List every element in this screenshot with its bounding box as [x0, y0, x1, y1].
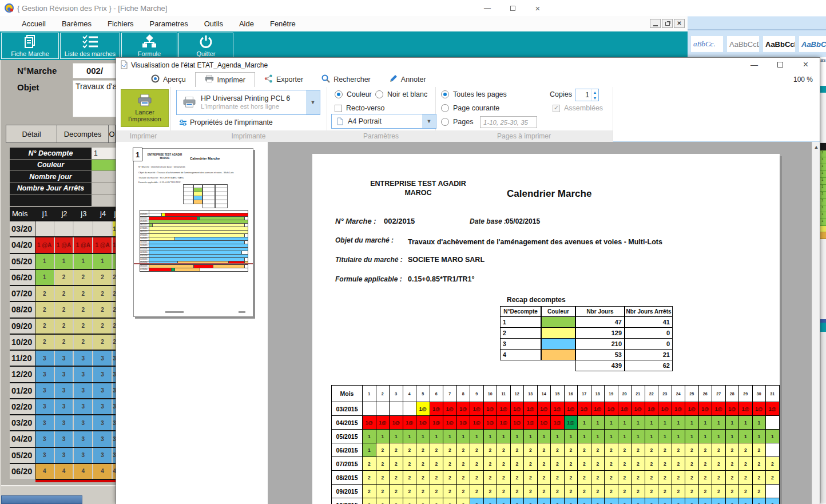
main-titlebar[interactable]: { Gestion Révision des Prix } - [Fiche M…: [0, 0, 688, 16]
form-tab-de-tail[interactable]: Détail: [6, 125, 57, 143]
tab-imprimer[interactable]: Imprimer: [195, 72, 255, 87]
checkbox-recto-verso[interactable]: Recto-verso: [335, 104, 384, 112]
month-grid-row: 04/201 @A1 @A1 @A1 @A1: [10, 236, 116, 252]
dialog-title: Visualisation de l'état ETAT_Agenda_Marc…: [131, 61, 268, 69]
radio-couleur[interactable]: Couleur: [335, 90, 372, 98]
toolbar-fiche-marche[interactable]: Fiche Marche: [1, 33, 59, 59]
calendar-day-header: 8: [457, 385, 471, 402]
calendar-cell: 1: [685, 416, 699, 430]
document-page: ENTREPRISE TEST AGADIR MAROC Calendrier …: [312, 154, 780, 504]
recap-header-cell: N°Decompte: [500, 306, 541, 317]
menu-fene-tre[interactable]: Fenêtre: [262, 17, 304, 30]
copies-up-button[interactable]: ▲: [591, 89, 598, 95]
thumbnail-page[interactable]: ENTREPRISE TEST AGADIR MAROC Calendrier …: [133, 148, 253, 317]
toolbar-quitter[interactable]: Quitter: [178, 33, 233, 59]
paper-dropdown-arrow[interactable]: ▼: [422, 114, 436, 128]
radio-page-courante[interactable]: Page courante: [441, 104, 499, 112]
month-grid-cell: 1: [35, 270, 55, 285]
month-grid-row: 06/2044444: [10, 463, 116, 479]
calendar-cell: 1@: [538, 416, 551, 430]
menu-bare-mes[interactable]: Barèmes: [54, 17, 100, 30]
thumb-calendar-segment: [200, 268, 248, 272]
month-grid-cell: 1: [55, 254, 74, 269]
thumb-recap-table: [183, 184, 228, 208]
radio-toutes-les-pages[interactable]: Toutes les pages: [441, 90, 507, 98]
mdi-restore-button[interactable]: [662, 19, 673, 28]
calendar-cell: 2: [766, 457, 780, 471]
preview-scrollbar[interactable]: ▲: [812, 142, 820, 504]
tab-rechercher[interactable]: Rechercher: [312, 72, 380, 87]
launch-print-button[interactable]: Lancer l'impression: [121, 89, 169, 127]
copies-down-button[interactable]: ▼: [591, 95, 598, 101]
recap-title: Recap decomptes: [507, 296, 566, 304]
recap-row: 45321: [500, 350, 673, 360]
calendar-cell: 1: [591, 430, 605, 443]
toolbar-formule[interactable]: Formule: [121, 33, 177, 59]
calendar-cell: 2: [484, 457, 498, 471]
menu-parametres[interactable]: Parametres: [141, 17, 196, 30]
month-grid-header-cell: Mois: [10, 207, 35, 220]
calendar-cell: 1@: [470, 402, 484, 416]
info-label: Nombre jour: [10, 171, 92, 183]
month-cell: 11/20: [10, 351, 35, 366]
calendar-day-header: 28: [726, 385, 740, 402]
calendar-cell: 2: [645, 457, 659, 471]
calendar-cell: 2: [457, 471, 471, 485]
printer-dropdown-arrow[interactable]: ▼: [306, 90, 320, 114]
printer-select[interactable]: HP Universal Printing PCL 6 L'imprimante…: [176, 90, 320, 115]
dialog-titlebar[interactable]: Visualisation de l'état ETAT_Agenda_Marc…: [116, 58, 820, 72]
month-grid-cell: 2: [93, 319, 113, 334]
calendar-day-header: 19: [605, 385, 618, 402]
copies-stepper[interactable]: 1 ▲ ▼: [575, 89, 599, 101]
pages-range-input[interactable]: 1-10, 25-30, 35: [480, 116, 537, 128]
toolbar-label: Formule: [138, 50, 161, 57]
month-grid-cell: 3: [74, 367, 93, 382]
word-style-card[interactable]: AaBbC: [799, 36, 826, 52]
form-tab-o[interactable]: O: [109, 125, 116, 143]
calendar-cell: 1: [712, 416, 726, 430]
radio-noir-et-blanc[interactable]: Noir et blanc: [375, 90, 427, 98]
calendar-cell: 2: [591, 485, 605, 498]
dialog-minimize-button[interactable]: —: [741, 58, 767, 72]
tab-annoter[interactable]: Annoter: [380, 72, 435, 87]
maximize-button[interactable]: [500, 2, 525, 14]
recap-arrets-cell: 0: [625, 339, 673, 350]
tab-label: Imprimer: [217, 76, 245, 84]
word-style-card[interactable]: aBbCc.: [691, 36, 723, 52]
recap-color-cell: [541, 350, 575, 360]
dialog-close-button[interactable]: ×: [793, 58, 819, 72]
tab-aperc-u[interactable]: Aperçu: [142, 72, 195, 87]
mdi-minimize-button[interactable]: [650, 19, 661, 28]
calendar-cell: 1: [618, 430, 632, 443]
menu-fichiers[interactable]: Fichiers: [100, 17, 142, 30]
objet-field[interactable]: Travaux d'a: [73, 80, 116, 117]
paper-format-select[interactable]: A4 Portrait ▼: [331, 114, 436, 129]
month-grid-cell: 2: [74, 335, 93, 350]
close-button[interactable]: ×: [525, 2, 550, 14]
word-style-card[interactable]: AaBbCcD: [727, 36, 759, 52]
printer-properties-button[interactable]: Propriétés de l'imprimante: [179, 118, 273, 126]
month-grid-cell: 3: [74, 431, 93, 446]
minimize-button[interactable]: —: [475, 2, 500, 14]
radio-pages[interactable]: Pages: [441, 118, 473, 126]
form-tab-decomptes[interactable]: Decomptes: [57, 125, 109, 143]
calendar-cell: 2: [524, 457, 538, 471]
recap-header-cell: Couleur: [541, 306, 575, 317]
sliver-green-cell: 1: [820, 171, 826, 178]
doc-date-label: Date base :: [470, 217, 506, 225]
month-cell: 08/20: [10, 302, 35, 317]
dialog-maximize-button[interactable]: [767, 58, 793, 72]
word-style-card[interactable]: AaBbCcD: [763, 36, 795, 52]
checkbox-assemblees[interactable]: Assemblées: [553, 104, 603, 112]
tab-exporter[interactable]: Exporter: [255, 72, 312, 87]
marche-field[interactable]: 002/: [73, 63, 116, 78]
calendar-cell: 2: [390, 498, 403, 504]
menu-outils[interactable]: Outils: [196, 17, 231, 30]
mdi-close-button[interactable]: ✕: [674, 19, 685, 28]
toolbar-liste-des-marches[interactable]: Liste des marches: [60, 33, 120, 59]
scroll-up-arrow[interactable]: ▲: [812, 142, 820, 152]
menu-aide[interactable]: Aide: [231, 17, 262, 30]
background-taskbar-window[interactable]: [1, 495, 82, 504]
menu-accueil[interactable]: Accueil: [14, 17, 54, 30]
thumb-field-line: Objet du marché : Travaux d'achèvement d…: [138, 171, 234, 174]
